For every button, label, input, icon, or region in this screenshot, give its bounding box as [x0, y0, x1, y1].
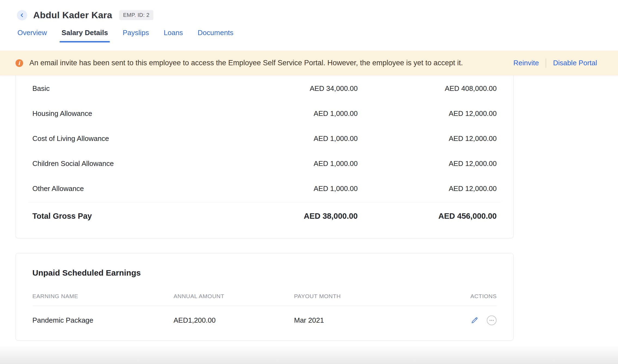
chevron-left-icon — [20, 13, 24, 17]
more-actions-button[interactable] — [487, 315, 497, 325]
salary-breakdown-card: Basic AED 34,000.00 AED 408,000.00 Housi… — [16, 75, 514, 238]
email-invite-banner: i An email invite has been sent to this … — [0, 51, 618, 75]
column-header-actions: ACTIONS — [442, 293, 497, 300]
annual-amount: AED 12,000.00 — [358, 134, 497, 143]
earning-name: Other Allowance — [32, 184, 265, 193]
payout-month: Mar 2021 — [294, 316, 442, 325]
page-header: Abdul Kader Kara EMP. ID: 2 Overview Sal… — [0, 0, 618, 51]
total-gross-pay-row: Total Gross Pay AED 38,000.00 AED 456,00… — [32, 202, 497, 230]
monthly-amount: AED 1,000.00 — [265, 134, 358, 143]
employee-id-badge: EMP. ID: 2 — [119, 10, 153, 20]
earning-row-pandemic-package: Pandemic Package AED1,200.00 Mar 2021 — [32, 306, 497, 334]
edit-button[interactable] — [471, 317, 478, 324]
info-icon: i — [16, 59, 23, 67]
page-bottom-fade — [0, 345, 618, 364]
earning-name: Pandemic Package — [32, 316, 174, 325]
reinvite-link[interactable]: Reinvite — [513, 59, 539, 67]
tab-salary-details[interactable]: Salary Details — [60, 29, 110, 42]
monthly-amount: AED 1,000.00 — [265, 184, 358, 193]
disable-portal-link[interactable]: Disable Portal — [553, 59, 597, 67]
tab-loans[interactable]: Loans — [162, 29, 185, 42]
total-monthly-amount: AED 38,000.00 — [265, 212, 358, 221]
monthly-amount: AED 1,000.00 — [265, 159, 358, 168]
back-button[interactable] — [17, 10, 27, 20]
earnings-table-header: EARNING NAME ANNUAL AMOUNT PAYOUT MONTH … — [32, 293, 497, 300]
salary-row-basic: Basic AED 34,000.00 AED 408,000.00 — [32, 76, 497, 101]
earning-name: Children Social Allowance — [32, 159, 265, 168]
monthly-amount: AED 1,000.00 — [265, 109, 358, 118]
salary-row-other-allowance: Other Allowance AED 1,000.00 AED 12,000.… — [32, 176, 497, 201]
unpaid-scheduled-earnings-card: Unpaid Scheduled Earnings EARNING NAME A… — [16, 253, 514, 341]
annual-amount: AED 12,000.00 — [358, 159, 497, 168]
total-label: Total Gross Pay — [32, 212, 265, 221]
salary-row-children-social-allowance: Children Social Allowance AED 1,000.00 A… — [32, 151, 497, 176]
banner-message: An email invite has been sent to this em… — [29, 59, 513, 67]
column-header-payout-month: PAYOUT MONTH — [294, 293, 442, 300]
banner-links-divider — [546, 58, 546, 68]
column-header-earning-name: EARNING NAME — [32, 293, 174, 300]
annual-amount: AED 12,000.00 — [358, 184, 497, 193]
tab-bar: Overview Salary Details Payslips Loans D… — [0, 29, 618, 42]
page-title: Abdul Kader Kara — [33, 10, 112, 20]
total-annual-amount: AED 456,000.00 — [358, 212, 497, 221]
earning-name: Housing Allowance — [32, 109, 265, 118]
tab-documents[interactable]: Documents — [196, 29, 236, 42]
salary-row-housing-allowance: Housing Allowance AED 1,000.00 AED 12,00… — [32, 101, 497, 126]
tab-payslips[interactable]: Payslips — [121, 29, 151, 42]
monthly-amount: AED 34,000.00 — [265, 84, 358, 93]
edit-pencil-icon — [471, 317, 478, 324]
annual-amount: AED1,200.00 — [174, 316, 294, 325]
column-header-annual-amount: ANNUAL AMOUNT — [174, 293, 294, 300]
earning-name: Basic — [32, 84, 265, 93]
annual-amount: AED 408,000.00 — [358, 84, 497, 93]
section-title: Unpaid Scheduled Earnings — [32, 268, 497, 278]
salary-row-cost-of-living-allowance: Cost of Living Allowance AED 1,000.00 AE… — [32, 126, 497, 151]
earning-name: Cost of Living Allowance — [32, 134, 265, 143]
annual-amount: AED 12,000.00 — [358, 109, 497, 118]
tab-overview[interactable]: Overview — [16, 29, 49, 42]
more-options-icon — [487, 315, 497, 325]
